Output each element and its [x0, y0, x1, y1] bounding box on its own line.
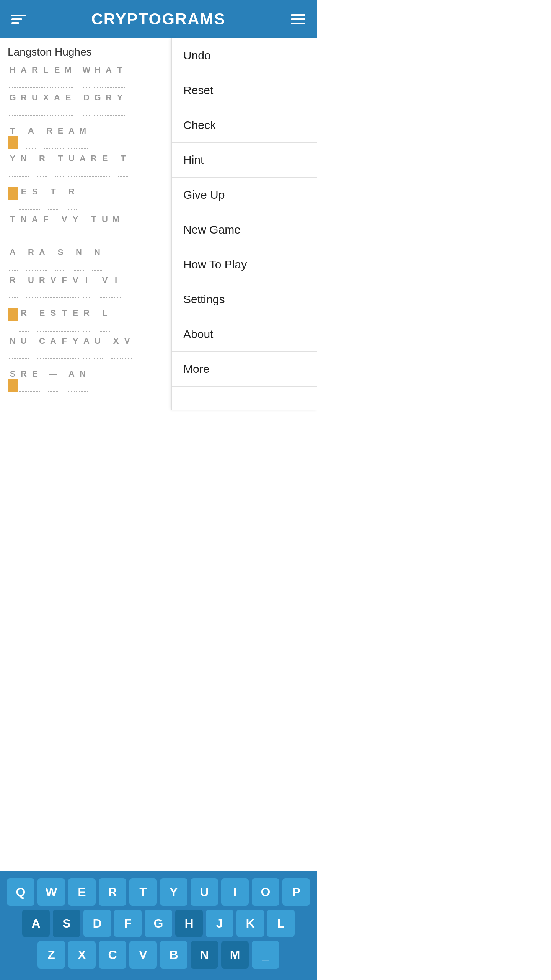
- letter-cell: A: [30, 214, 40, 237]
- letter-cell: S: [55, 247, 65, 270]
- letter-cell: H: [93, 65, 103, 88]
- letter-cell: T: [55, 154, 65, 176]
- letter-cell: S: [8, 369, 18, 392]
- letter-cell: A: [104, 65, 114, 88]
- letter-cell: T: [48, 187, 58, 210]
- letter-cell: V: [70, 275, 80, 298]
- letter-cell: V: [59, 214, 69, 237]
- menu-item-undo[interactable]: Undo: [172, 38, 317, 73]
- letter-cell: T: [89, 214, 99, 237]
- letter-cell: U: [30, 93, 40, 116]
- letter-cell: R: [30, 65, 40, 88]
- letter-cell: U: [67, 154, 77, 176]
- letter-cell: A: [82, 336, 91, 359]
- letter-cell: Y: [70, 214, 80, 237]
- letter-cell: R: [8, 275, 18, 298]
- letter-cell: E: [37, 308, 47, 331]
- menu-item-new-game[interactable]: New Game: [172, 212, 317, 247]
- word-group: G R U X A E: [8, 93, 73, 116]
- word-group: Y N: [8, 154, 29, 176]
- letter-cell: L: [100, 308, 110, 331]
- menu-item-about[interactable]: About: [172, 317, 317, 352]
- letter-cell: R: [44, 126, 54, 149]
- letter-cell: T: [118, 154, 128, 176]
- letter-cell: A: [78, 154, 88, 176]
- letter-cell: Y: [115, 93, 125, 116]
- letter-cell: A: [52, 93, 62, 116]
- word-group: T N A F: [8, 214, 51, 237]
- letter-cell: H: [8, 65, 18, 88]
- letter-cell: A: [19, 65, 29, 88]
- letter-cell: U: [19, 336, 29, 359]
- letter-cell: [8, 187, 18, 210]
- letter-cell: A: [67, 369, 77, 392]
- letter-cell: F: [59, 336, 69, 359]
- letter-cell: R: [19, 369, 29, 392]
- letter-cell: M: [78, 126, 88, 149]
- word-group: E S: [8, 187, 40, 210]
- letter-cell: T: [115, 65, 125, 88]
- letter-cell: R: [37, 275, 47, 298]
- letter-cell: N: [78, 369, 88, 392]
- letter-cell: E: [30, 369, 40, 392]
- menu-item-settings[interactable]: Settings: [172, 282, 317, 317]
- letter-cell: U: [100, 214, 110, 237]
- word-group: T U A R E: [55, 154, 110, 176]
- word-group: S R E: [8, 369, 40, 392]
- stats-icon[interactable]: [11, 15, 26, 24]
- word-group: E S T E R: [37, 308, 91, 331]
- letter-cell: V: [122, 336, 132, 359]
- letter-cell: X: [111, 336, 121, 359]
- word-group: V I: [100, 275, 121, 298]
- letter-cell: R: [67, 187, 77, 210]
- letter-cell: N: [19, 214, 29, 237]
- word-group: T: [48, 187, 58, 210]
- word-group: S: [55, 247, 65, 270]
- menu-item-give-up[interactable]: Give Up: [172, 178, 317, 212]
- letter-cell: F: [41, 214, 51, 237]
- word-group: R: [37, 154, 47, 176]
- letter-cell: E: [70, 308, 80, 331]
- app-title: Cryptograms: [91, 10, 225, 28]
- letter-cell: I: [82, 275, 91, 298]
- word-group: R: [8, 308, 29, 331]
- letter-cell: U: [26, 275, 36, 298]
- menu-item-reset[interactable]: Reset: [172, 73, 317, 108]
- word-group: R E A M: [44, 126, 88, 149]
- word-group: A N: [67, 369, 88, 392]
- word-group: R: [67, 187, 77, 210]
- dropdown-menu: Undo Reset Check Hint Give Up New Game H…: [171, 38, 317, 410]
- letter-cell: N: [19, 154, 29, 176]
- letter-cell: [8, 308, 18, 331]
- letter-cell: A: [48, 336, 58, 359]
- letter-cell: S: [30, 187, 40, 210]
- word-group: N: [74, 247, 84, 270]
- word-group: N: [92, 247, 102, 270]
- word-group: T: [8, 126, 18, 149]
- letter-cell: D: [82, 93, 91, 116]
- letter-cell: E: [52, 65, 62, 88]
- app-header: Cryptograms: [0, 0, 317, 38]
- letter-cell: A: [67, 126, 77, 149]
- letter-cell: F: [59, 275, 69, 298]
- word-group: H A R L E M: [8, 65, 73, 88]
- letter-cell: L: [41, 65, 51, 88]
- letter-cell: G: [93, 93, 103, 116]
- letter-cell: E: [55, 126, 65, 149]
- menu-item-how-to-play[interactable]: How To Play: [172, 247, 317, 282]
- letter-cell: R: [37, 154, 47, 176]
- word-group: R A: [26, 247, 47, 270]
- letter-cell: N: [8, 336, 18, 359]
- word-group: X V: [111, 336, 132, 359]
- letter-cell: M: [111, 214, 121, 237]
- letter-cell: T: [8, 214, 18, 237]
- letter-cell: R: [26, 247, 36, 270]
- menu-item-check[interactable]: Check: [172, 108, 317, 143]
- letter-cell: E: [100, 154, 110, 176]
- letter-cell: S: [48, 308, 58, 331]
- menu-item-hint[interactable]: Hint: [172, 143, 317, 178]
- letter-cell: R: [104, 93, 114, 116]
- menu-item-more[interactable]: More: [172, 352, 317, 387]
- hamburger-menu-icon[interactable]: [291, 14, 305, 24]
- letter-cell: T: [59, 308, 69, 331]
